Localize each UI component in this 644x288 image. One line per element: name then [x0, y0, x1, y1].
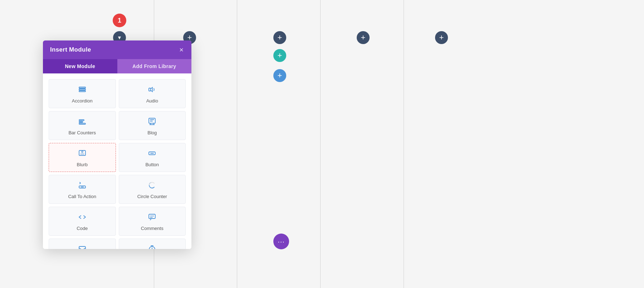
svg-rect-1 — [79, 89, 86, 90]
module-item-code[interactable]: Code — [49, 207, 116, 236]
blog-label: Blog — [147, 130, 157, 135]
svg-rect-4 — [79, 120, 84, 121]
plus-button-col2[interactable]: + — [273, 31, 286, 44]
tab-add-from-library[interactable]: Add From Library — [117, 59, 192, 73]
plus-button-blue[interactable]: + — [273, 69, 286, 82]
module-item-audio[interactable]: Audio — [119, 79, 186, 108]
code-label: Code — [77, 226, 88, 231]
svg-rect-5 — [79, 121, 83, 123]
call-to-action-label: Call To Action — [68, 194, 96, 199]
comments-label: Comments — [141, 226, 164, 231]
divider-line-3 — [320, 0, 321, 288]
svg-rect-0 — [79, 87, 86, 88]
more-options-button[interactable]: ··· — [273, 234, 289, 249]
audio-icon — [148, 85, 156, 95]
plus-button-teal[interactable]: + — [273, 49, 286, 62]
countdown-timer-icon — [148, 245, 156, 249]
accordion-icon — [78, 85, 87, 95]
tab-new-module[interactable]: New Module — [43, 59, 117, 73]
module-grid-wrapper[interactable]: Accordion Audio — [43, 73, 191, 249]
button-label: Button — [145, 162, 159, 167]
module-item-accordion[interactable]: Accordion — [49, 79, 116, 108]
comments-icon — [148, 213, 156, 223]
step-badge: 1 — [113, 14, 126, 27]
modal-close-button[interactable]: × — [179, 46, 184, 53]
circle-counter-icon — [148, 181, 156, 191]
module-item-countdown-timer[interactable]: Countdown Timer — [119, 239, 186, 249]
blog-icon — [148, 117, 156, 127]
plus-button-col3[interactable]: + — [357, 31, 370, 44]
accordion-label: Accordion — [72, 98, 93, 104]
modal-title: Insert Module — [50, 46, 91, 53]
insert-module-modal: Insert Module × New Module Add From Libr… — [43, 40, 191, 249]
svg-rect-14 — [149, 214, 155, 219]
audio-label: Audio — [146, 98, 158, 104]
bar-counters-label: Bar Counters — [68, 130, 96, 135]
svg-point-9 — [82, 151, 83, 153]
call-to-action-icon — [78, 181, 87, 191]
module-item-bar-counters[interactable]: Bar Counters — [49, 111, 116, 140]
button-icon — [148, 149, 156, 159]
blurb-label: Blurb — [77, 162, 88, 167]
svg-rect-3 — [149, 88, 151, 91]
circle-counter-label: Circle Counter — [137, 194, 167, 199]
bar-counters-icon — [78, 117, 87, 127]
modal-header: Insert Module × — [43, 40, 191, 59]
module-item-blurb[interactable]: Blurb — [49, 143, 116, 172]
divider-line-4 — [404, 0, 404, 288]
module-grid: Accordion Audio — [49, 79, 186, 249]
svg-rect-6 — [79, 123, 86, 124]
module-item-button[interactable]: Button — [119, 143, 186, 172]
plus-button-col4[interactable]: + — [435, 31, 448, 44]
module-item-blog[interactable]: Blog — [119, 111, 186, 140]
module-item-circle-counter[interactable]: Circle Counter — [119, 175, 186, 204]
svg-rect-7 — [149, 118, 155, 123]
blurb-icon — [78, 149, 87, 159]
module-item-contact-form[interactable]: Contact Form — [49, 239, 116, 249]
divider-line-2 — [237, 0, 237, 288]
module-item-comments[interactable]: Comments — [119, 207, 186, 236]
contact-form-icon — [78, 245, 87, 249]
module-item-call-to-action[interactable]: Call To Action — [49, 175, 116, 204]
svg-rect-2 — [79, 91, 86, 92]
code-icon — [78, 213, 87, 223]
modal-tabs: New Module Add From Library — [43, 59, 191, 73]
